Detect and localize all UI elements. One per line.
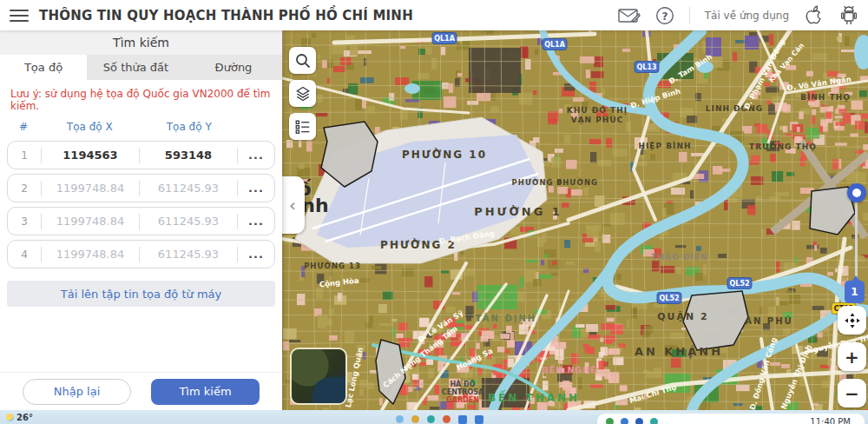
tray-icon[interactable] [635, 418, 643, 424]
tab-coordinates[interactable]: Tọa độ [0, 55, 87, 80]
search-button[interactable]: Tìm kiếm [151, 379, 260, 405]
header-actions: ? Tải về ứng dụng [618, 4, 868, 27]
clock: 11:40 PM [810, 417, 856, 424]
app-icon[interactable] [443, 415, 450, 423]
svg-text:QL1A: QL1A [544, 41, 565, 49]
os-taskbar: 26° 11:40 PM [0, 410, 868, 424]
upload-coordinates-button[interactable]: Tải lên tập tin tọa độ từ máy [7, 281, 275, 307]
svg-text:BẾN THÀNH: BẾN THÀNH [488, 390, 580, 404]
y-input[interactable]: 611245.93 [140, 215, 237, 228]
app-window: THÔNG TIN QUY HOẠCH THÀNH PHỐ HỒ CHÍ MIN… [0, 0, 868, 424]
svg-text:QL1A: QL1A [434, 35, 455, 43]
map-legend-button[interactable] [289, 113, 316, 140]
zoom-in-button[interactable]: + [838, 342, 866, 371]
svg-text:QL52: QL52 [729, 280, 749, 288]
zoom-slider-knob[interactable] [847, 183, 866, 202]
svg-text:CENTROSA: CENTROSA [442, 388, 484, 396]
reset-button[interactable]: Nhập lại [23, 379, 131, 405]
panel-footer: Nhập lại Tìm kiếm [0, 372, 282, 410]
row-index: 2 [8, 182, 41, 195]
pan-mode-button[interactable] [838, 306, 866, 335]
app-icon[interactable] [411, 415, 419, 423]
svg-text:QUẬN 2: QUẬN 2 [657, 311, 709, 322]
tray-icon[interactable] [606, 418, 614, 424]
svg-text:TRƯỜNG THỌ: TRƯỜNG THỌ [749, 142, 817, 151]
svg-text:TÂN ĐỊNH: TÂN ĐỊNH [476, 313, 536, 323]
map-area: QL1AQL1AQL13QL52QL52CT01PHƯỜNG 10PHƯỜNG … [282, 30, 868, 410]
col-y: Tọa độ Y [140, 121, 240, 133]
coordinate-row-3: 3 1199748.84 611245.93 ... [7, 207, 275, 235]
map-search-button[interactable] [289, 47, 316, 74]
row-more-button[interactable]: ... [238, 248, 274, 261]
app-icon[interactable] [458, 415, 467, 424]
menu-icon[interactable] [10, 10, 29, 22]
map-layers-button[interactable] [289, 80, 316, 107]
svg-text:PHƯỜNG 10: PHƯỜNG 10 [402, 148, 487, 161]
col-index: # [7, 121, 40, 133]
svg-text:HIỆP BÌNH: HIỆP BÌNH [638, 141, 691, 150]
row-more-button[interactable]: ... [238, 215, 274, 228]
svg-text:AN PHÚ: AN PHÚ [745, 315, 792, 326]
search-tabs: Tọa độ Số thửa đất Đường [0, 55, 282, 80]
mail-icon[interactable] [618, 8, 641, 23]
taskbar-tray: 11:40 PM [597, 414, 865, 424]
tray-icon[interactable] [650, 418, 658, 424]
svg-text:?: ? [661, 10, 667, 22]
sidebar-collapse-handle[interactable]: ‹ [282, 176, 305, 234]
search-panel: Tìm kiếm Tọa độ Số thửa đất Đường Lưu ý:… [0, 30, 282, 410]
planning-map-svg[interactable]: QL1AQL1AQL13QL52QL52CT01PHƯỜNG 10PHƯỜNG … [282, 30, 868, 410]
svg-text:THẢO ĐIỀN: THẢO ĐIỀN [652, 251, 708, 262]
android-icon[interactable] [838, 4, 859, 27]
col-x: Tọa độ X [40, 121, 140, 133]
svg-text:BÌNH THỌ: BÌNH THỌ [800, 92, 851, 102]
zoom-level-badge: 1 [845, 281, 865, 303]
row-more-button[interactable]: ... [238, 149, 274, 162]
svg-text:QL13: QL13 [636, 63, 656, 71]
download-app-label[interactable]: Tải về ứng dụng [705, 10, 789, 22]
coordinate-row-1: 1 1194563 593148 ... [7, 141, 275, 169]
svg-text:HÀ ĐÔ: HÀ ĐÔ [450, 379, 475, 388]
y-input[interactable]: 611245.93 [140, 248, 237, 261]
app-icon[interactable] [475, 415, 483, 424]
row-index: 1 [8, 149, 41, 162]
panel-title: Tìm kiếm [0, 30, 282, 55]
app-icon[interactable] [396, 415, 404, 423]
svg-text:BẾN NGHÉ: BẾN NGHÉ [542, 364, 596, 374]
row-index: 4 [8, 248, 41, 261]
coordinate-row-2: 2 1199748.84 611245.93 ... [7, 174, 275, 202]
apple-icon[interactable] [804, 4, 824, 26]
svg-text:GARDEN: GARDEN [446, 396, 479, 404]
page-title: THÔNG TIN QUY HOẠCH THÀNH PHỐ HỒ CHÍ MIN… [39, 8, 413, 23]
weather-widget[interactable]: 26° [6, 413, 33, 422]
x-input[interactable]: 1199748.84 [42, 215, 139, 228]
y-input[interactable]: 611245.93 [140, 182, 237, 195]
svg-text:VẠN PHÚC: VẠN PHÚC [571, 115, 624, 124]
divider [689, 7, 690, 24]
zoom-slider-track[interactable] [855, 201, 858, 284]
weather-icon [6, 414, 14, 421]
svg-text:PHƯỜNG 5: PHƯỜNG 5 [512, 177, 563, 187]
tab-road[interactable]: Đường [185, 55, 282, 80]
svg-text:PHƯỜNG: PHƯỜNG [556, 177, 598, 187]
tab-parcel-number[interactable]: Số thửa đất [87, 55, 185, 80]
x-input[interactable]: 1199748.84 [42, 248, 139, 261]
coordinate-note: Lưu ý: sử dụng hệ tọa độ Quốc gia VN2000… [0, 80, 282, 116]
x-input[interactable]: 1199748.84 [42, 182, 139, 195]
row-more-button[interactable]: ... [238, 182, 274, 195]
app-icon[interactable] [427, 415, 435, 423]
zoom-out-button[interactable]: − [838, 379, 866, 407]
svg-text:KHU ĐÔ THỊ: KHU ĐÔ THỊ [567, 105, 628, 115]
row-index: 3 [8, 215, 41, 228]
svg-text:AN KHÁNH: AN KHÁNH [635, 345, 723, 358]
coordinate-table-header: # Tọa độ X Tọa độ Y [7, 117, 275, 136]
tray-icon[interactable] [621, 418, 628, 424]
svg-text:QL52: QL52 [659, 295, 679, 302]
x-input[interactable]: 1194563 [42, 149, 139, 162]
svg-text:PHƯỜNG 1: PHƯỜNG 1 [474, 205, 562, 218]
header: THÔNG TIN QUY HOẠCH THÀNH PHỐ HỒ CHÍ MIN… [0, 0, 868, 30]
overview-minimap[interactable] [290, 348, 347, 405]
y-input[interactable]: 593148 [140, 149, 237, 162]
help-icon[interactable]: ? [655, 6, 674, 25]
svg-text:LINH ĐÔNG: LINH ĐÔNG [706, 103, 763, 113]
temperature: 26° [16, 413, 33, 422]
